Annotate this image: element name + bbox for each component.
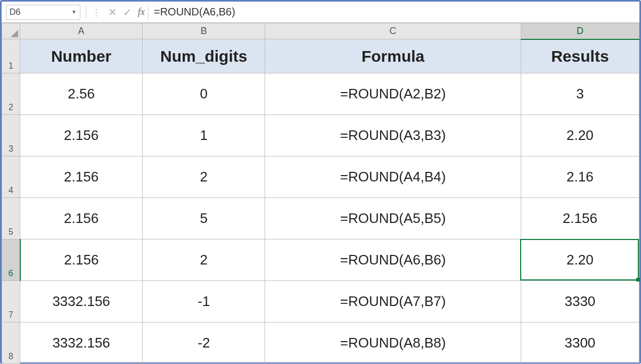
table-row: 8 3332.156 -2 =ROUND(A8,B8) 3300	[2, 322, 639, 364]
cell-B5[interactable]: 5	[143, 198, 265, 239]
cell-A4[interactable]: 2.156	[20, 156, 143, 198]
cell-C6[interactable]: =ROUND(A6,B6)	[265, 239, 521, 281]
divider	[86, 6, 86, 19]
cell-A8[interactable]: 3332.156	[20, 322, 143, 364]
cell-D7[interactable]: 3330	[521, 281, 639, 322]
cell-D5[interactable]: 2.156	[521, 198, 639, 239]
name-box[interactable]: D6 ▼	[6, 5, 80, 20]
table-row: 6 2.156 2 =ROUND(A6,B6) 2.20	[2, 239, 639, 281]
cell-D8[interactable]: 3300	[521, 322, 639, 364]
cell-D3[interactable]: 2.20	[521, 115, 639, 156]
table-row: 4 2.156 2 =ROUND(A4,B4) 2.16	[2, 156, 639, 198]
col-header-B[interactable]: B	[143, 23, 265, 39]
cell-B1[interactable]: Num_digits	[143, 39, 265, 73]
fx-icon[interactable]: fx	[138, 6, 145, 18]
column-header-row: A B C D	[2, 23, 639, 39]
row-header-7[interactable]: 7	[2, 281, 20, 322]
cell-C5[interactable]: =ROUND(A5,B5)	[265, 198, 521, 239]
drag-dots-icon: ⋮	[92, 6, 102, 18]
col-header-A[interactable]: A	[20, 23, 143, 39]
formula-bar-region: D6 ▼ ⋮ ✕ ✓ fx	[2, 2, 639, 23]
cell-B2[interactable]: 0	[143, 73, 265, 115]
row-header-2[interactable]: 2	[2, 73, 20, 115]
table-row: 3 2.156 1 =ROUND(A3,B3) 2.20	[2, 115, 639, 156]
formula-input[interactable]	[149, 5, 639, 20]
cell-A5[interactable]: 2.156	[20, 198, 143, 239]
cell-C8[interactable]: =ROUND(A8,B8)	[265, 322, 521, 364]
worksheet-grid[interactable]: A B C D 1 Number Num_digits Formula Resu…	[2, 23, 639, 362]
row-header-6[interactable]: 6	[2, 239, 20, 281]
cell-C4[interactable]: =ROUND(A4,B4)	[265, 156, 521, 198]
cell-C3[interactable]: =ROUND(A3,B3)	[265, 115, 521, 156]
cell-B6[interactable]: 2	[143, 239, 265, 281]
cell-D4[interactable]: 2.16	[521, 156, 639, 198]
grid-table: A B C D 1 Number Num_digits Formula Resu…	[2, 23, 639, 364]
cell-C7[interactable]: =ROUND(A7,B7)	[265, 281, 521, 322]
cell-D2[interactable]: 3	[521, 73, 639, 115]
cell-D6[interactable]: 2.20	[521, 239, 639, 281]
row-header-8[interactable]: 8	[2, 322, 20, 364]
cell-A2[interactable]: 2.56	[20, 73, 143, 115]
name-box-value: D6	[10, 7, 20, 17]
table-row: 7 3332.156 -1 =ROUND(A7,B7) 3330	[2, 281, 639, 322]
cancel-formula-icon[interactable]: ✕	[105, 6, 120, 19]
col-header-C[interactable]: C	[265, 23, 521, 39]
enter-formula-icon[interactable]: ✓	[120, 6, 135, 19]
cell-A1[interactable]: Number	[20, 39, 143, 73]
cell-A6[interactable]: 2.156	[20, 239, 143, 281]
row-header-3[interactable]: 3	[2, 115, 20, 156]
cell-A7[interactable]: 3332.156	[20, 281, 143, 322]
cell-B3[interactable]: 1	[143, 115, 265, 156]
name-box-dropdown-icon[interactable]: ▼	[71, 9, 77, 15]
select-all-corner[interactable]	[2, 23, 20, 39]
cell-C1[interactable]: Formula	[265, 39, 521, 73]
col-header-D[interactable]: D	[521, 23, 639, 39]
cell-A3[interactable]: 2.156	[20, 115, 143, 156]
table-row: 1 Number Num_digits Formula Results	[2, 39, 639, 73]
row-header-1[interactable]: 1	[2, 39, 20, 73]
table-row: 2 2.56 0 =ROUND(A2,B2) 3	[2, 73, 639, 115]
table-row: 5 2.156 5 =ROUND(A5,B5) 2.156	[2, 198, 639, 239]
row-header-5[interactable]: 5	[2, 198, 20, 239]
cell-D1[interactable]: Results	[521, 39, 639, 73]
cell-B7[interactable]: -1	[143, 281, 265, 322]
formula-input-wrap	[148, 5, 639, 20]
cell-B8[interactable]: -2	[143, 322, 265, 364]
cell-B4[interactable]: 2	[143, 156, 265, 198]
window-frame: D6 ▼ ⋮ ✕ ✓ fx A B C D 1 Number	[0, 0, 641, 364]
cell-C2[interactable]: =ROUND(A2,B2)	[265, 73, 521, 115]
row-header-4[interactable]: 4	[2, 156, 20, 198]
